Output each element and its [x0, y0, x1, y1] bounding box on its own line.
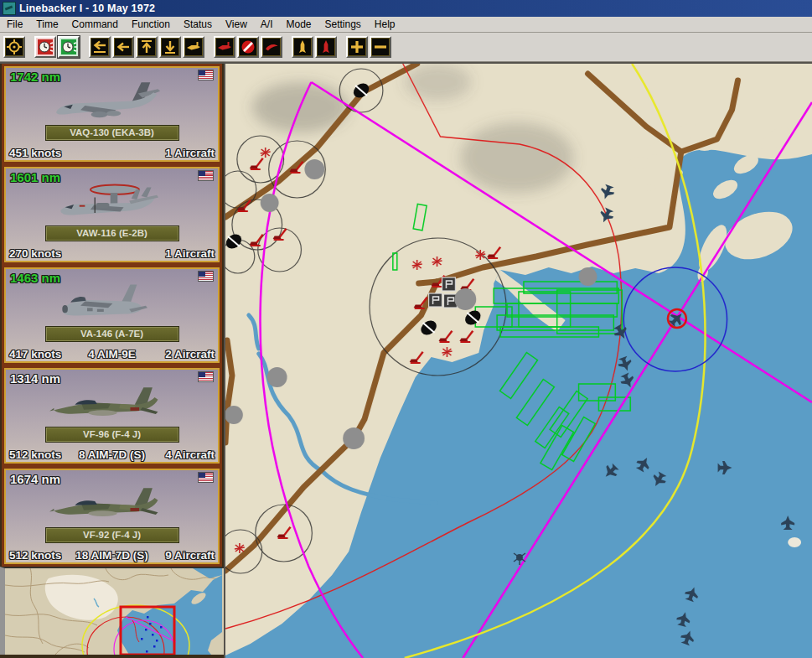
titlebar: Linebacker I - 10 May 1972 — [0, 0, 812, 17]
aircraft-count-label: 2 Aircraft — [165, 348, 215, 360]
plane-red-icon — [216, 39, 233, 55]
speed-label: 512 knots — [9, 549, 61, 562]
arrow-down-bar-icon — [162, 39, 178, 55]
weapons-hold-button[interactable] — [237, 36, 259, 58]
menu-ai[interactable]: A/I — [254, 18, 280, 30]
arrow-left-icon — [115, 39, 132, 55]
aircraft-count-label: 1 Aircraft — [165, 247, 215, 260]
plane-bank-red-icon — [263, 39, 280, 55]
menu-function[interactable]: Function — [125, 18, 177, 30]
climb-button[interactable] — [136, 36, 158, 58]
menubar: File Time Command Function Status View A… — [0, 17, 812, 33]
clock-icon — [37, 39, 54, 55]
step-back-button[interactable] — [112, 36, 134, 58]
engage-button[interactable] — [214, 36, 235, 58]
jump-back-button[interactable] — [89, 36, 111, 58]
squadron-name-plate: VA-146 (A-7E) — [45, 326, 179, 342]
missile-red-icon — [318, 39, 334, 55]
menu-help[interactable]: Help — [368, 18, 402, 30]
toolbar — [0, 33, 812, 62]
menu-settings[interactable]: Settings — [318, 18, 368, 30]
menu-status[interactable]: Status — [177, 18, 219, 30]
squadron-name-plate: VF-96 (F-4 J) — [45, 427, 179, 443]
squadron-card-vaw116[interactable]: 1601 nm — [2, 164, 222, 265]
arrow-left-bar-icon — [91, 39, 108, 55]
aircraft-count-label: 1 Aircraft — [165, 147, 215, 159]
clock-icon — [60, 39, 77, 55]
menu-mode[interactable]: Mode — [279, 18, 318, 30]
squadron-sidebar: 1742 nm VAQ-130 (EKA-3B) 451 knot — [0, 64, 224, 658]
game-window: Linebacker I - 10 May 1972 File Time Com… — [0, 0, 812, 658]
crosshair-icon — [6, 39, 23, 55]
squadron-card-vaq130[interactable]: 1742 nm VAQ-130 (EKA-3B) 451 knot — [2, 64, 222, 164]
missile-select-button[interactable] — [292, 36, 313, 58]
zoom-in-button[interactable] — [346, 36, 368, 58]
aircraft-count-label: 4 Aircraft — [165, 448, 215, 461]
missile-yellow-icon — [294, 39, 311, 55]
evade-button[interactable] — [261, 36, 282, 58]
time-run-button[interactable] — [58, 36, 80, 58]
squadron-name-plate: VAW-116 (E-2B) — [45, 225, 179, 241]
squadron-card-va146[interactable]: 1463 nm VA-146 (A-7E) — [2, 265, 222, 365]
squadron-card-vf96[interactable]: 1314 nm VF-96 (F-4 J) — [2, 365, 222, 466]
time-pause-button[interactable] — [34, 36, 56, 58]
app-icon — [3, 2, 16, 15]
window-title: Linebacker I - 10 May 1972 — [19, 3, 155, 14]
no-entry-icon — [240, 39, 256, 55]
speed-label: 270 knots — [9, 247, 61, 260]
overview-map[interactable] — [0, 567, 224, 655]
menu-file[interactable]: File — [0, 18, 29, 30]
plus-icon — [349, 39, 365, 55]
menu-time[interactable]: Time — [29, 18, 65, 30]
level-flight-button[interactable] — [183, 36, 204, 58]
menu-view[interactable]: View — [219, 18, 254, 30]
tactical-map[interactable] — [224, 64, 812, 658]
arrow-up-bar-icon — [138, 39, 155, 55]
plane-yellow-icon — [185, 39, 202, 55]
descend-button[interactable] — [159, 36, 181, 58]
minus-icon — [372, 39, 389, 55]
zoom-out-button[interactable] — [370, 36, 391, 58]
missile-fire-button[interactable] — [315, 36, 337, 58]
speed-label: 512 knots — [9, 448, 61, 461]
menu-command[interactable]: Command — [65, 18, 125, 30]
squadron-name-plate: VF-92 (F-4 J) — [45, 527, 179, 543]
speed-label: 451 knots — [9, 147, 61, 159]
aircraft-count-label: 9 Aircraft — [165, 549, 215, 562]
squadron-card-vf92[interactable]: 1674 nm VF-92 (F-4 J) — [2, 466, 222, 567]
speed-label: 417 knots — [9, 348, 61, 360]
center-view-button[interactable] — [3, 36, 25, 58]
squadron-name-plate: VAQ-130 (EKA-3B) — [45, 125, 179, 141]
